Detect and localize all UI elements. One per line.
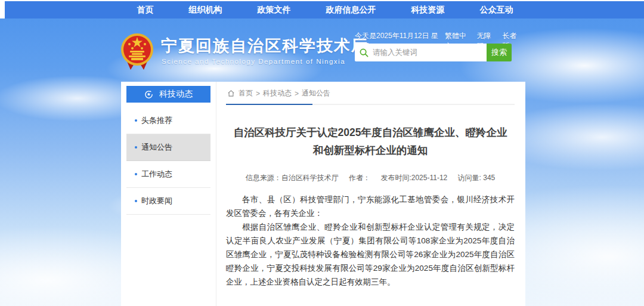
sidebar-title: 科技动态 xyxy=(159,89,193,100)
top-edge-strip xyxy=(0,0,644,1)
article-meta: 信息来源：自治区科学技术厅 作者： 发布时间:2025-11-12 访问量: 3… xyxy=(226,173,515,183)
sidebar-item-headlines[interactable]: 头条推荐 xyxy=(126,107,210,134)
nav-item-tech-resources[interactable]: 科技资源 xyxy=(411,5,445,16)
breadcrumb-notices[interactable]: 通知公告 xyxy=(302,88,330,98)
article-paragraph: 各市、县（区）科技管理部门，宁东能源化工基地管委会，银川经济技术开发区管委会，各… xyxy=(226,193,515,220)
nav-item-public-interaction[interactable]: 公众互动 xyxy=(480,5,513,16)
breadcrumb-home[interactable]: 首页 xyxy=(239,88,253,98)
bullet-dot-icon xyxy=(135,173,137,175)
article-body: 各市、县（区）科技管理部门，宁东能源化工基地管委会，银川经济技术开发区管委会，各… xyxy=(226,193,515,289)
search-input-box xyxy=(355,44,487,61)
meta-source: 信息来源：自治区科学技术厅 xyxy=(246,174,339,182)
sidebar-item-label: 通知公告 xyxy=(141,142,172,153)
top-navigation-bar: 首页 组织机构 政策文件 政府信息公开 科技资源 公众互动 xyxy=(5,1,644,18)
meta-visit-count: 访问量: 345 xyxy=(458,174,496,182)
article-title-line2: 和创新型标杆企业的通知 xyxy=(226,141,515,159)
bullet-dot-icon xyxy=(135,200,137,202)
national-emblem-logo xyxy=(120,33,154,72)
sidebar: 科技动态 头条推荐 通知公告 工作动态 时政要闻 xyxy=(121,82,216,306)
nav-item-home[interactable]: 首页 xyxy=(137,5,154,16)
sidebar-item-label: 时政要闻 xyxy=(141,196,172,206)
main-panel: 科技动态 头条推荐 通知公告 工作动态 时政要闻 xyxy=(121,82,525,306)
nav-items-row: 首页 组织机构 政策文件 政府信息公开 科技资源 公众互动 xyxy=(119,1,531,18)
nav-item-gov-info[interactable]: 政府信息公开 xyxy=(326,5,376,16)
search-button[interactable]: 搜索 xyxy=(487,44,512,61)
sidebar-menu: 头条推荐 通知公告 工作动态 时政要闻 xyxy=(126,107,210,215)
search-bar: 搜索 xyxy=(355,44,512,61)
search-icon xyxy=(360,48,369,57)
sidebar-header: 科技动态 xyxy=(126,86,210,103)
site-title: 宁夏回族自治区科学技术厅 xyxy=(161,35,369,57)
sidebar-item-notices[interactable]: 通知公告 xyxy=(126,134,210,161)
sidebar-item-current-politics[interactable]: 时政要闻 xyxy=(126,188,210,215)
article-content-area: 首页 > 科技动态 > 通知公告 自治区科技厅关于认定2025年度自治区雏鹰企业… xyxy=(216,82,525,306)
page: 首页 组织机构 政策文件 政府信息公开 科技资源 公众互动 宁夏回族自治区科学技… xyxy=(0,0,644,306)
left-edge-strip xyxy=(0,0,5,18)
meta-author: 作者： xyxy=(349,174,370,182)
article-paragraph: 根据自治区雏鹰企业、瞪羚企业和创新型标杆企业认定管理有关规定，决定认定半亩良人农… xyxy=(226,220,515,289)
breadcrumb-divider xyxy=(226,104,515,105)
sidebar-item-label: 头条推荐 xyxy=(141,115,172,126)
search-input[interactable] xyxy=(373,48,482,57)
article-title: 自治区科技厅关于认定2025年度自治区雏鹰企业、瞪羚企业 和创新型标杆企业的通知 xyxy=(226,123,515,159)
site-subtitle: Science and Technology Department of Nin… xyxy=(162,58,345,65)
meta-publish-date: 发布时间:2025-11-12 xyxy=(380,174,447,182)
nav-item-organization[interactable]: 组织机构 xyxy=(189,5,222,16)
nav-item-policy[interactable]: 政策文件 xyxy=(258,5,291,16)
sidebar-item-label: 工作动态 xyxy=(141,169,172,180)
home-icon xyxy=(227,89,235,97)
breadcrumb: 首页 > 科技动态 > 通知公告 xyxy=(226,86,515,104)
site-header: 宁夏回族自治区科学技术厅 Science and Technology Depa… xyxy=(0,18,644,82)
tech-news-icon xyxy=(144,90,153,99)
breadcrumb-tech-news[interactable]: 科技动态 xyxy=(263,88,292,98)
sidebar-item-work-updates[interactable]: 工作动态 xyxy=(126,161,210,188)
breadcrumb-separator: > xyxy=(295,89,299,98)
article-title-line1: 自治区科技厅关于认定2025年度自治区雏鹰企业、瞪羚企业 xyxy=(226,123,515,141)
breadcrumb-separator: > xyxy=(256,89,260,98)
bullet-dot-icon xyxy=(135,146,137,149)
bullet-dot-icon xyxy=(135,119,137,122)
